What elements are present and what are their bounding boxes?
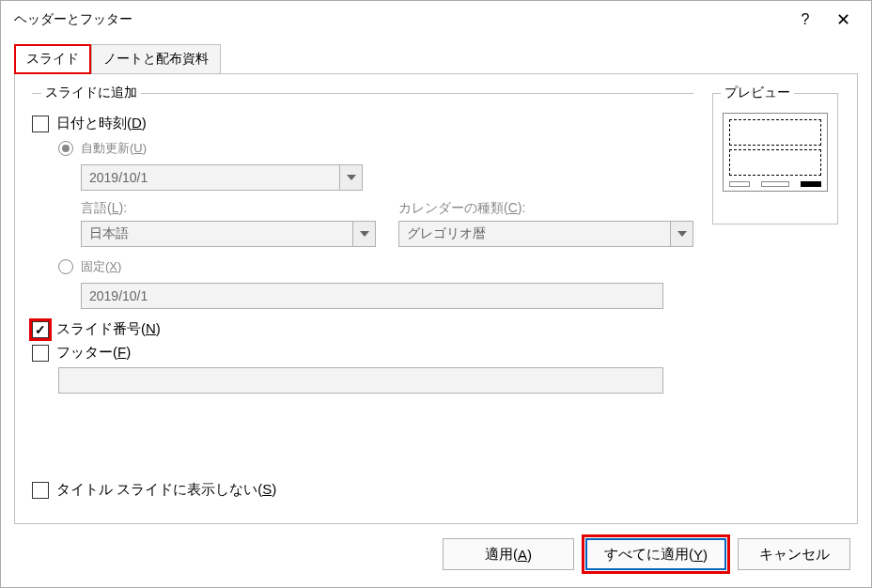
chevron-down-icon — [339, 165, 362, 190]
preview-legend: プレビュー — [721, 85, 794, 101]
fixed-date-input[interactable]: 2019/10/1 — [81, 283, 663, 309]
slide-number-checkbox[interactable] — [32, 321, 49, 338]
hide-on-title-label[interactable]: タイトル スライドに表示しない(S) — [56, 481, 276, 499]
calendar-type-value: グレゴリオ暦 — [399, 225, 670, 242]
titlebar: ヘッダーとフッター ? ✕ — [1, 1, 871, 39]
datetime-checkbox[interactable] — [32, 116, 49, 132]
auto-date-value: 2019/10/1 — [82, 170, 339, 185]
tab-content: スライドに追加 日付と時刻(D) 自動更新(U) — [14, 73, 858, 524]
header-footer-dialog: ヘッダーとフッター ? ✕ スライド ノートと配布資料 スライドに追加 日付と時… — [0, 0, 872, 588]
footer-label[interactable]: フッター(F) — [56, 344, 131, 362]
fixed-label: 固定(X) — [81, 258, 121, 275]
calendar-type-combo[interactable]: グレゴリオ暦 — [398, 221, 693, 247]
button-row: 適用(A) すべてに適用(Y) キャンセル — [443, 538, 850, 570]
hide-on-title-row: タイトル スライドに表示しない(S) — [32, 481, 276, 499]
fieldset-legend: スライドに追加 — [41, 85, 141, 101]
preview-box: プレビュー — [712, 93, 838, 224]
auto-update-label: 自動更新(U) — [81, 140, 147, 157]
tab-slide[interactable]: スライド — [14, 44, 91, 74]
auto-update-radio[interactable] — [58, 141, 73, 156]
footer-checkbox[interactable] — [32, 345, 49, 362]
help-button[interactable]: ? — [786, 6, 824, 34]
language-label: 言語(L): — [81, 200, 376, 217]
chevron-down-icon — [352, 222, 375, 246]
auto-update-row: 自動更新(U) — [58, 140, 693, 157]
datetime-row: 日付と時刻(D) — [32, 115, 693, 132]
tab-bar: スライド ノートと配布資料 — [14, 44, 871, 74]
apply-button[interactable]: 適用(A) — [443, 538, 574, 570]
slide-number-label[interactable]: スライド番号(N) — [56, 320, 161, 338]
cancel-button[interactable]: キャンセル — [738, 538, 850, 570]
fixed-row: 固定(X) — [58, 258, 693, 275]
hide-on-title-checkbox[interactable] — [32, 482, 49, 499]
fixed-radio[interactable] — [58, 259, 73, 274]
datetime-label[interactable]: 日付と時刻(D) — [56, 115, 147, 132]
language-value: 日本語 — [82, 225, 352, 242]
calendar-type-label: カレンダーの種類(C): — [398, 200, 693, 217]
add-to-slide-fieldset: スライドに追加 日付と時刻(D) 自動更新(U) — [32, 93, 693, 394]
close-button[interactable]: ✕ — [824, 6, 862, 34]
dialog-title: ヘッダーとフッター — [14, 11, 786, 28]
apply-all-button[interactable]: すべてに適用(Y) — [585, 538, 726, 570]
slide-thumbnail — [723, 113, 828, 192]
auto-date-combo[interactable]: 2019/10/1 — [81, 164, 363, 191]
footer-input[interactable] — [58, 367, 663, 394]
chevron-down-icon — [670, 222, 693, 246]
slide-number-row: スライド番号(N) — [32, 320, 693, 338]
footer-row: フッター(F) — [32, 344, 693, 362]
language-combo[interactable]: 日本語 — [81, 221, 376, 247]
tab-notes-handouts[interactable]: ノートと配布資料 — [91, 44, 221, 74]
